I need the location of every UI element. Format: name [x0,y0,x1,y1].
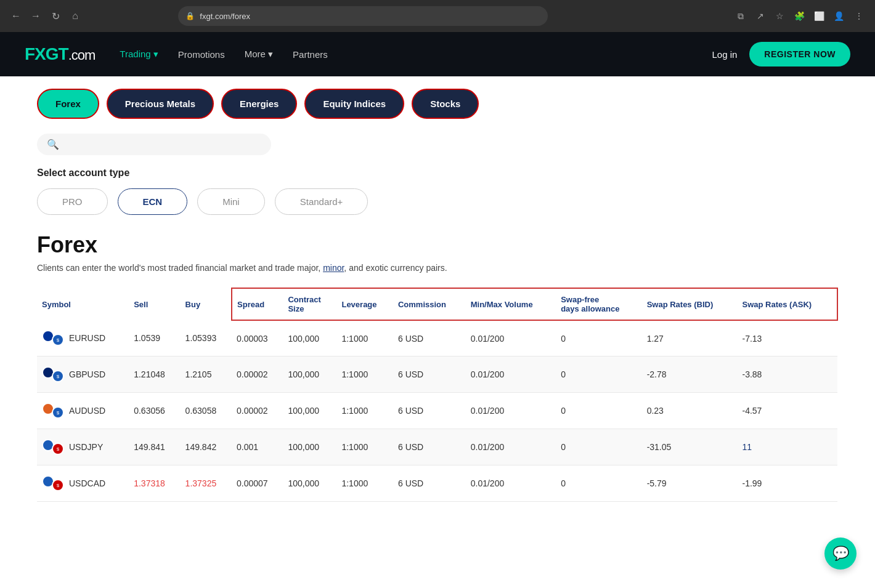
logo-gt: GT [46,44,68,63]
cell-buy: 1.05393 [181,320,232,356]
cell-commission: 6 USD [393,356,466,393]
profile-icon[interactable]: 👤 [831,7,848,25]
col-sell: Sell [129,288,180,320]
cell-volume: 0.01/200 [466,393,556,429]
col-spread: Spread [232,288,283,320]
lock-icon: 🔒 [185,12,195,20]
cell-spread: 0.00002 [232,356,283,393]
split-view-icon[interactable]: ⬜ [811,7,828,25]
account-type-tabs: PRO ECN Mini Standard+ [37,188,838,215]
cell-swap-ask: -1.99 [737,465,837,502]
cell-commission: 6 USD [393,429,466,465]
search-bar: 🔍 [37,134,271,155]
cell-buy: 1.2105 [181,356,232,393]
share-icon[interactable]: ↗ [752,7,769,25]
register-button[interactable]: REGISTER NOW [749,42,850,66]
logo[interactable]: FXGT.com [25,44,95,64]
cell-swap-ask: -3.88 [737,356,837,393]
cell-swap-ask: 11 [737,429,837,465]
cell-leverage: 1:1000 [336,320,393,356]
chat-button[interactable]: 💬 [824,538,857,570]
search-input[interactable] [64,140,261,150]
tab-equity-indices[interactable]: Equity Indices [304,89,404,119]
table-row: $ EURUSD 1.0539 1.05393 0.00003 100,000 … [37,320,837,356]
acct-tab-ecn[interactable]: ECN [118,188,188,215]
cell-symbol: $ GBPUSD [37,356,129,393]
cell-leverage: 1:1000 [336,356,393,393]
cell-swap-free: 0 [556,393,642,429]
cell-swap-bid: 1.27 [642,320,738,356]
cell-leverage: 1:1000 [336,393,393,429]
tab-stocks[interactable]: Stocks [412,89,479,119]
col-volume: Min/Max Volume [466,288,556,320]
search-icon: 🔍 [47,139,59,150]
cell-spread: 0.001 [232,429,283,465]
forward-button[interactable]: → [27,7,44,25]
cell-swap-free: 0 [556,429,642,465]
header-actions: Log in REGISTER NOW [712,42,850,66]
cell-swap-ask: -7.13 [737,320,837,356]
forex-table: Symbol Sell Buy Spread ContractSize Leve… [37,288,838,502]
col-swap-bid: Swap Rates (BID) [642,288,738,320]
nav-partners[interactable]: Partners [293,49,328,60]
tab-precious-metals[interactable]: Precious Metals [107,89,214,119]
cell-leverage: 1:1000 [336,429,393,465]
cell-contract: 100,000 [283,356,336,393]
acct-tab-pro[interactable]: PRO [37,188,108,215]
cell-swap-bid: 0.23 [642,393,738,429]
cell-buy: 1.37325 [181,465,232,502]
acct-tab-mini[interactable]: Mini [197,188,265,215]
cell-swap-free: 0 [556,320,642,356]
table-row: $ GBPUSD 1.21048 1.2105 0.00002 100,000 … [37,356,837,393]
main-content: Forex Precious Metals Energies Equity In… [0,76,875,588]
chat-icon: 💬 [832,546,849,562]
nav-trading[interactable]: Trading [120,49,158,60]
acct-tab-standard[interactable]: Standard+ [275,188,368,215]
account-type-label: Select account type [37,167,838,179]
cell-swap-free: 0 [556,465,642,502]
table-row: $ USDJPY 149.841 149.842 0.001 100,000 1… [37,429,837,465]
cast-icon[interactable]: ⧉ [732,7,749,25]
browser-toolbar-right: ⧉ ↗ ☆ 🧩 ⬜ 👤 ⋮ [732,7,868,25]
cell-spread: 0.00007 [232,465,283,502]
cell-sell: 1.0539 [129,320,180,356]
forex-section: Forex Clients can enter the world's most… [37,232,838,502]
nav-more[interactable]: More [245,49,273,60]
forex-description: Clients can enter the world's most trade… [37,263,838,273]
login-button[interactable]: Log in [712,49,737,60]
address-bar[interactable]: 🔒 fxgt.com/forex [178,6,548,26]
cell-sell: 1.37318 [129,465,180,502]
cell-sell: 1.21048 [129,356,180,393]
nav-promotions[interactable]: Promotions [178,49,225,60]
home-button[interactable]: ⌂ [67,7,84,25]
cell-swap-bid: -5.79 [642,465,738,502]
table-wrapper: Symbol Sell Buy Spread ContractSize Leve… [37,288,838,502]
category-tabs: Forex Precious Metals Energies Equity In… [37,89,838,119]
bookmark-icon[interactable]: ☆ [771,7,789,25]
cell-symbol: $ USDCAD [37,465,129,502]
cell-symbol: $ EURUSD [37,320,129,356]
col-leverage: Leverage [336,288,393,320]
forex-title: Forex [37,232,838,258]
cell-contract: 100,000 [283,429,336,465]
cell-spread: 0.00002 [232,393,283,429]
logo-com: .com [68,47,96,63]
extension-icon[interactable]: 🧩 [791,7,808,25]
table-header: Symbol Sell Buy Spread ContractSize Leve… [37,288,837,320]
cell-swap-free: 0 [556,356,642,393]
cell-sell: 0.63056 [129,393,180,429]
menu-icon[interactable]: ⋮ [850,7,868,25]
cell-swap-bid: -31.05 [642,429,738,465]
cell-buy: 149.842 [181,429,232,465]
reload-button[interactable]: ↻ [47,7,64,25]
back-button[interactable]: ← [7,7,25,25]
minor-link[interactable]: minor [323,263,344,273]
tab-energies[interactable]: Energies [221,89,297,119]
tab-forex[interactable]: Forex [37,89,99,119]
browser-chrome: ← → ↻ ⌂ 🔒 fxgt.com/forex ⧉ ↗ ☆ 🧩 ⬜ 👤 ⋮ [0,0,875,32]
cell-contract: 100,000 [283,320,336,356]
table-body: $ EURUSD 1.0539 1.05393 0.00003 100,000 … [37,320,837,502]
cell-buy: 0.63058 [181,393,232,429]
url-text: fxgt.com/forex [200,12,250,21]
cell-volume: 0.01/200 [466,429,556,465]
